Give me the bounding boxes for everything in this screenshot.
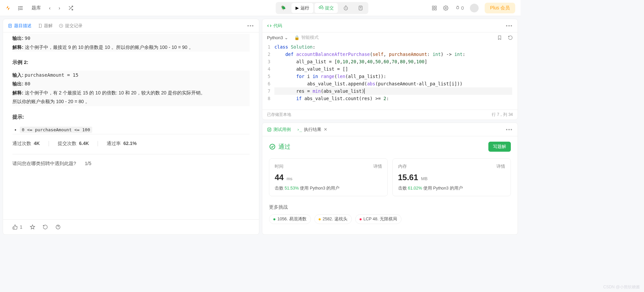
- timer-button[interactable]: [339, 3, 353, 13]
- nav-next-icon[interactable]: ›: [57, 4, 62, 12]
- nav-prev-icon[interactable]: ‹: [48, 4, 52, 12]
- svg-rect-2: [432, 6, 434, 8]
- svg-rect-4: [432, 8, 434, 10]
- terminal-icon: ›_: [297, 127, 302, 132]
- constraint: 0 <= purchaseAmount <= 100: [20, 127, 92, 133]
- mem-detail-link[interactable]: 详情: [496, 163, 505, 169]
- example2-heading: 示例 2:: [12, 58, 250, 67]
- close-icon[interactable]: ✕: [324, 127, 327, 132]
- hints-heading: 提示:: [12, 112, 250, 122]
- tab-testcase[interactable]: 测试用例: [267, 127, 291, 133]
- more-challenges-heading: 更多挑战: [269, 204, 511, 210]
- result-panel: 测试用例 ›_执行结果✕ ••• 通过 写题解 时间详情 44 ms 击败 51…: [262, 123, 518, 235]
- layout-icon[interactable]: [432, 5, 437, 11]
- list-toggle-icon[interactable]: [16, 4, 25, 12]
- write-solution-button[interactable]: 写题解: [488, 142, 511, 152]
- plus-member-button[interactable]: Plus 会员: [485, 3, 515, 13]
- cursor-position: 行 7，列 34: [492, 112, 513, 118]
- avatar[interactable]: [470, 4, 479, 12]
- svg-rect-5: [435, 8, 436, 10]
- code-panel: 代码 ••• Python3 ⌄ 🔒智能模式 12345678 class So…: [262, 19, 518, 120]
- tab-description[interactable]: 题目描述: [8, 23, 32, 29]
- submit-button[interactable]: 提交: [315, 3, 338, 13]
- description-body[interactable]: 输出: 90 解释: 这个例子中，最接近 9 的 10 的倍数是 10 。所以你…: [3, 32, 259, 219]
- svg-rect-3: [435, 6, 436, 8]
- shuffle-icon[interactable]: [67, 4, 75, 12]
- language-select[interactable]: Python3 ⌄: [267, 35, 288, 40]
- description-footer: 1: [3, 219, 259, 234]
- metric-time: 时间详情 44 ms 击败 51.53% 使用 Python3 的用户: [269, 158, 388, 196]
- chevron-down-icon: ⌄: [284, 35, 288, 40]
- like-button[interactable]: 1: [12, 224, 22, 230]
- difficulty-dot: [319, 218, 321, 220]
- stats-row: 通过次数 4K 提交次数 6.4K 通过率 62.1%: [12, 134, 250, 153]
- panel-more-icon[interactable]: •••: [247, 23, 254, 28]
- time-detail-link[interactable]: 详情: [373, 163, 382, 169]
- code-more-icon[interactable]: •••: [506, 23, 513, 28]
- metric-memory: 内存详情 15.61 MB 击败 61.02% 使用 Python3 的用户: [392, 158, 511, 196]
- notes-button[interactable]: [354, 3, 367, 13]
- challenge-chip[interactable]: 2582. 递枕头: [314, 214, 352, 224]
- fire-counter[interactable]: 0: [454, 5, 464, 11]
- smart-mode[interactable]: 🔒智能模式: [294, 34, 319, 41]
- star-icon[interactable]: [30, 224, 35, 230]
- bug-icon: 🪲: [281, 5, 286, 10]
- cloud-up-icon: [319, 5, 323, 11]
- debug-button[interactable]: 🪲: [277, 3, 290, 12]
- play-icon: ▶: [296, 5, 299, 10]
- retry-icon[interactable]: [43, 224, 48, 230]
- tab-solution[interactable]: 题解: [38, 23, 53, 29]
- nav-problems[interactable]: 题库: [30, 4, 42, 12]
- tab-result[interactable]: ›_执行结果✕: [297, 127, 327, 133]
- reset-icon[interactable]: [507, 35, 513, 40]
- save-status: 已存储至本地: [267, 112, 291, 118]
- description-panel: 题目描述 题解 提交记录 ••• 输出: 90 解释: 这个例子中，最接近 9 …: [3, 19, 259, 235]
- help-icon[interactable]: [55, 224, 61, 230]
- difficulty-dot: [360, 218, 362, 220]
- code-editor[interactable]: 12345678 class Solution: def accountBala…: [262, 43, 518, 110]
- tab-submissions[interactable]: 提交记录: [59, 23, 83, 29]
- difficulty-dot: [273, 218, 275, 220]
- pass-badge: 通过: [269, 143, 290, 151]
- run-button[interactable]: ▶运行: [291, 3, 313, 13]
- svg-point-6: [445, 7, 446, 9]
- tab-code[interactable]: 代码: [267, 23, 282, 29]
- challenge-chip[interactable]: LCP 48. 无限棋局: [355, 214, 401, 224]
- lock-icon: 🔒: [294, 35, 300, 40]
- feedback-row: 请问您在哪类招聘中遇到此题? 1/5: [12, 154, 250, 173]
- settings-icon[interactable]: [443, 5, 448, 11]
- result-more-icon[interactable]: •••: [506, 127, 513, 132]
- bookmark-icon[interactable]: [497, 35, 502, 40]
- logo-icon[interactable]: [5, 5, 11, 11]
- challenge-chip[interactable]: 1056. 易混淆数: [269, 214, 311, 224]
- topbar: 题库 ‹ › 🪲 ▶运行 提交 0 Plus 会员: [0, 0, 521, 16]
